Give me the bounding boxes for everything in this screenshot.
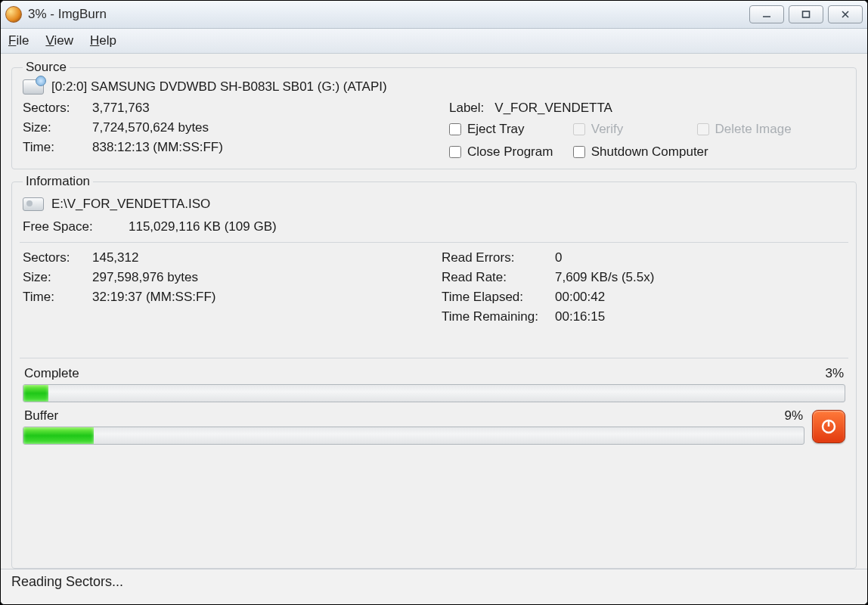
disc-label-value: V_FOR_VENDETTA [494, 101, 612, 116]
window-title: 3% - ImgBurn [28, 7, 749, 22]
info-size-value: 297,598,976 bytes [92, 270, 426, 285]
close-button[interactable] [828, 5, 863, 23]
size-label: Size: [23, 120, 92, 135]
source-legend: Source [23, 60, 70, 75]
buffer-fill [23, 427, 94, 444]
optical-drive-icon [23, 79, 44, 95]
remaining-label: Time Remaining: [442, 309, 555, 324]
info-sectors-label: Sectors: [23, 250, 92, 265]
close-program-checkbox[interactable]: Close Program [449, 144, 573, 160]
menu-help[interactable]: Help [90, 33, 116, 48]
complete-label: Complete [24, 366, 79, 381]
time-value: 838:12:13 (MM:SS:FF) [92, 140, 419, 155]
verify-checkbox: Verify [573, 122, 697, 137]
source-device: [0:2:0] SAMSUNG DVDWBD SH-B083L SB01 (G:… [51, 79, 387, 95]
freespace-value: 115,029,116 KB (109 GB) [129, 219, 845, 234]
minimize-button[interactable] [749, 5, 784, 23]
read-rate-value: 7,609 KB/s (5.5x) [555, 270, 845, 285]
app-icon [5, 6, 22, 23]
buffer-progressbar [23, 427, 804, 445]
info-legend: Information [23, 174, 93, 189]
buffer-label: Buffer [24, 408, 58, 424]
complete-pct: 3% [825, 366, 844, 381]
menubar: File View Help [1, 29, 867, 54]
output-path: E:\V_FOR_VENDETTA.ISO [51, 197, 210, 212]
complete-fill [23, 385, 48, 402]
information-group: Information E:\V_FOR_VENDETTA.ISO Free S… [11, 174, 857, 569]
statusbar: Reading Sectors... [1, 569, 867, 604]
disc-label-label: Label: [449, 101, 484, 116]
abort-button[interactable] [812, 410, 845, 443]
titlebar[interactable]: 3% - ImgBurn [1, 1, 867, 29]
status-text: Reading Sectors... [11, 574, 123, 589]
eject-tray-checkbox[interactable]: Eject Tray [449, 122, 573, 137]
delete-image-checkbox: Delete Image [697, 122, 846, 137]
size-value: 7,724,570,624 bytes [92, 120, 419, 135]
read-errors-value: 0 [555, 250, 845, 265]
sectors-label: Sectors: [23, 101, 92, 116]
menu-view[interactable]: View [45, 33, 73, 48]
complete-progressbar [23, 384, 845, 402]
hdd-icon [23, 197, 44, 211]
svg-rect-1 [803, 11, 810, 17]
freespace-label: Free Space: [23, 219, 129, 234]
power-icon [820, 417, 838, 436]
client-area: Source [0:2:0] SAMSUNG DVDWBD SH-B083L S… [1, 54, 867, 569]
remaining-value: 00:16:15 [555, 309, 845, 324]
info-time-label: Time: [23, 290, 92, 305]
info-size-label: Size: [23, 270, 92, 285]
read-errors-label: Read Errors: [442, 250, 555, 265]
source-group: Source [0:2:0] SAMSUNG DVDWBD SH-B083L S… [11, 60, 857, 169]
buffer-pct: 9% [784, 408, 803, 424]
app-window: 3% - ImgBurn File View Help Source [0:2:… [0, 0, 868, 605]
maximize-button[interactable] [789, 5, 823, 23]
elapsed-value: 00:00:42 [555, 290, 845, 305]
info-time-value: 32:19:37 (MM:SS:FF) [92, 290, 426, 305]
info-sectors-value: 145,312 [92, 250, 426, 265]
shutdown-checkbox[interactable]: Shutdown Computer [573, 144, 845, 160]
sectors-value: 3,771,763 [92, 101, 419, 116]
menu-file[interactable]: File [8, 33, 29, 48]
elapsed-label: Time Elapsed: [442, 290, 555, 305]
time-label: Time: [23, 140, 92, 155]
read-rate-label: Read Rate: [442, 270, 555, 285]
